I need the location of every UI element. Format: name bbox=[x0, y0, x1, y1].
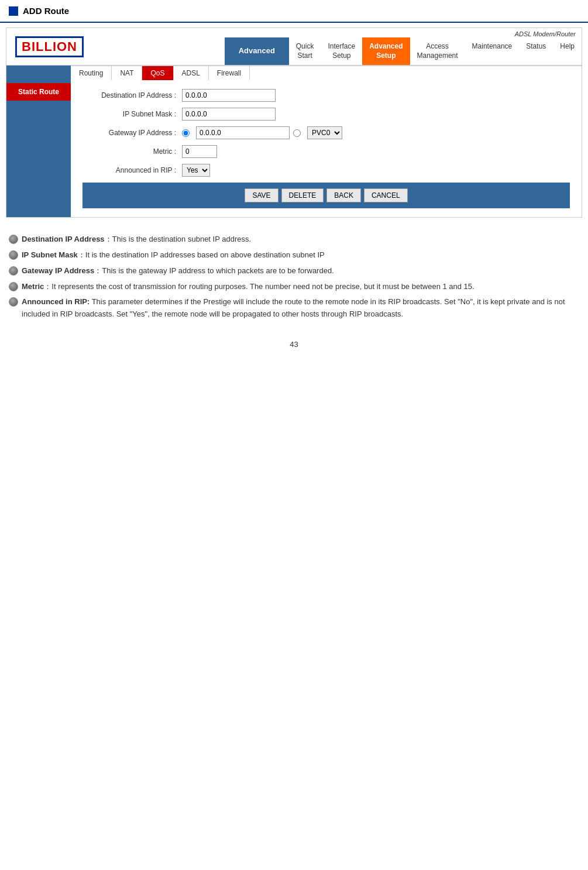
bullet-icon-announced-rip bbox=[9, 297, 18, 307]
left-sidebar: Static Route bbox=[6, 80, 71, 217]
gateway-ip-row: Gateway IP Address : PVC0 bbox=[82, 126, 570, 139]
announced-rip-label: Announced in RIP : bbox=[82, 166, 182, 174]
page-title-text: ADD Route bbox=[23, 6, 69, 16]
desc-row-gateway-ip: Gateway IP Address：This is the gateway I… bbox=[9, 265, 579, 277]
tab-advanced[interactable]: Advanced bbox=[225, 37, 289, 65]
desc-row-dest-ip: Destination IP Address：This is the desti… bbox=[9, 233, 579, 246]
tab-quick-start[interactable]: QuickStart bbox=[289, 37, 321, 65]
desc-text-gateway-ip: Gateway IP Address：This is the gateway I… bbox=[22, 265, 579, 277]
sub-tab-firewall[interactable]: Firewall bbox=[209, 66, 250, 80]
metric-label: Metric : bbox=[82, 147, 182, 156]
logo-cell: BILLION bbox=[6, 28, 129, 65]
sub-nav: Routing NAT QoS ADSL Firewall bbox=[71, 66, 582, 80]
ip-subnet-mask-label: IP Subnet Mask : bbox=[82, 110, 182, 118]
static-route-label: Static Route bbox=[6, 83, 71, 101]
desc-text-announced-rip: Announced in RIP: This parameter determi… bbox=[22, 296, 579, 321]
tab-maintenance[interactable]: Maintenance bbox=[465, 37, 520, 65]
metric-row: Metric : bbox=[82, 145, 570, 158]
gateway-radio2[interactable] bbox=[293, 129, 301, 137]
main-content: Destination IP Address : IP Subnet Mask … bbox=[71, 80, 582, 217]
tab-status[interactable]: Status bbox=[519, 37, 553, 65]
tab-access-management[interactable]: AccessManagement bbox=[410, 37, 465, 65]
desc-row-ip-subnet: IP Subnet Mask：It is the destination IP … bbox=[9, 249, 579, 262]
page-number: 43 bbox=[0, 331, 588, 357]
bullet-icon-gateway-ip bbox=[9, 266, 18, 276]
action-row: SAVE DELETE BACK CANCEL bbox=[82, 183, 570, 208]
desc-row-metric: Metric：It represents the cost of transmi… bbox=[9, 281, 579, 293]
title-divider bbox=[0, 22, 588, 23]
desc-row-announced-rip: Announced in RIP: This parameter determi… bbox=[9, 296, 579, 321]
sub-tab-nat[interactable]: NAT bbox=[112, 66, 142, 80]
ip-subnet-mask-input[interactable] bbox=[182, 108, 276, 121]
desc-section: Destination IP Address：This is the desti… bbox=[0, 226, 588, 331]
bullet-icon-dest-ip bbox=[9, 235, 18, 244]
desc-label-ip-subnet: IP Subnet Mask bbox=[22, 250, 78, 259]
header-row: BILLION ADSL Modem/Router Advanced Quick… bbox=[6, 28, 582, 66]
announced-rip-select[interactable]: Yes No bbox=[182, 164, 210, 177]
gateway-ip-label: Gateway IP Address : bbox=[82, 129, 182, 137]
content-area: Static Route Destination IP Address : IP… bbox=[6, 80, 582, 217]
announced-rip-row: Announced in RIP : Yes No bbox=[82, 164, 570, 177]
tab-advanced-setup[interactable]: AdvancedSetup bbox=[362, 37, 410, 65]
gateway-radio[interactable] bbox=[182, 129, 190, 137]
sub-tab-qos[interactable]: QoS bbox=[142, 66, 173, 80]
sub-tab-adsl[interactable]: ADSL bbox=[174, 66, 209, 80]
ip-subnet-mask-row: IP Subnet Mask : bbox=[82, 108, 570, 121]
delete-button[interactable]: DELETE bbox=[281, 188, 324, 202]
desc-label-dest-ip: Destination IP Address bbox=[22, 235, 105, 243]
sub-nav-row: Routing NAT QoS ADSL Firewall bbox=[6, 66, 582, 80]
desc-text-dest-ip: Destination IP Address：This is the desti… bbox=[22, 233, 579, 246]
device-label: ADSL Modem/Router bbox=[515, 28, 582, 37]
form-table: Destination IP Address : IP Subnet Mask … bbox=[82, 89, 570, 177]
header-right: ADSL Modem/Router Advanced QuickStart In… bbox=[129, 28, 582, 65]
sub-tab-routing[interactable]: Routing bbox=[71, 66, 112, 80]
bullet-icon-metric bbox=[9, 282, 18, 291]
destination-ip-row: Destination IP Address : bbox=[82, 89, 570, 102]
destination-ip-input[interactable] bbox=[182, 89, 276, 102]
metric-input[interactable] bbox=[182, 145, 217, 158]
page-title: ADD Route bbox=[0, 0, 588, 22]
gateway-ip-input[interactable] bbox=[196, 126, 290, 139]
nav-tabs: Advanced QuickStart InterfaceSetup Advan… bbox=[225, 37, 582, 65]
back-button[interactable]: BACK bbox=[326, 188, 361, 202]
tab-help[interactable]: Help bbox=[553, 37, 582, 65]
sidebar-spacer bbox=[6, 66, 71, 80]
desc-label-announced-rip: Announced in RIP: bbox=[22, 297, 90, 306]
bullet-icon-ip-subnet bbox=[9, 250, 18, 260]
desc-text-metric: Metric：It represents the cost of transmi… bbox=[22, 281, 579, 293]
desc-label-metric: Metric bbox=[22, 282, 44, 291]
tab-interface-setup[interactable]: InterfaceSetup bbox=[321, 37, 362, 65]
desc-label-gateway-ip: Gateway IP Address bbox=[22, 266, 94, 275]
page-title-icon bbox=[9, 6, 18, 16]
gateway-dropdown[interactable]: PVC0 bbox=[307, 126, 342, 139]
cancel-button[interactable]: CANCEL bbox=[364, 188, 408, 202]
router-container: BILLION ADSL Modem/Router Advanced Quick… bbox=[6, 27, 582, 218]
save-button[interactable]: SAVE bbox=[245, 188, 278, 202]
destination-ip-label: Destination IP Address : bbox=[82, 91, 182, 99]
logo: BILLION bbox=[15, 36, 84, 57]
gateway-row: PVC0 bbox=[182, 126, 342, 139]
desc-text-ip-subnet: IP Subnet Mask：It is the destination IP … bbox=[22, 249, 579, 262]
